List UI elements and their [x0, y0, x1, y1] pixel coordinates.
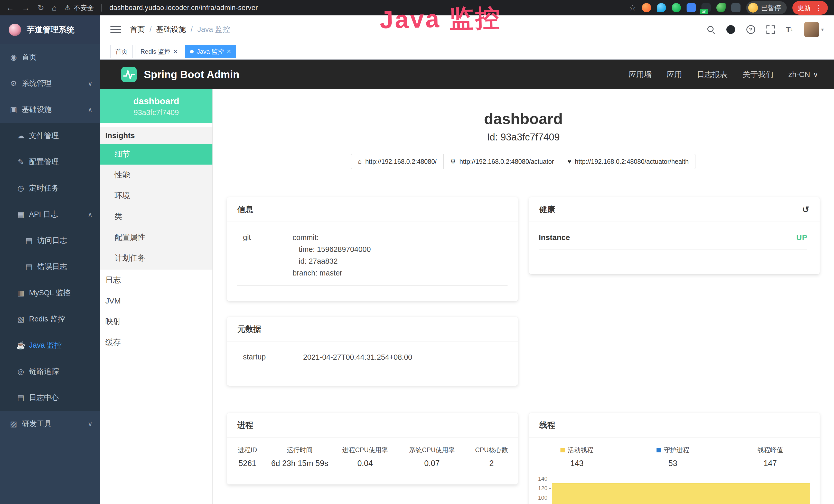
- sba-item-classes[interactable]: 类: [100, 206, 213, 227]
- sba-item-environment[interactable]: 环境: [100, 185, 213, 206]
- sidebar-item-access-logs[interactable]: 访问日志: [0, 228, 100, 254]
- legend-label: 线程峰值: [758, 446, 783, 453]
- breadcrumb-infrastructure[interactable]: 基础设施: [156, 24, 186, 35]
- extension-icon-leaf[interactable]: [716, 3, 726, 12]
- legend-swatch-active: [561, 448, 565, 452]
- extension-icon-plugin[interactable]: [731, 3, 741, 12]
- security-chip[interactable]: ⚠ 不安全: [64, 3, 94, 12]
- sidebar-item-system-management[interactable]: 系统管理: [0, 70, 100, 96]
- sba-item-jvm[interactable]: JVM: [100, 290, 213, 311]
- sba-locale-select[interactable]: zh-CN: [788, 70, 818, 79]
- fullscreen-icon[interactable]: [766, 25, 775, 33]
- git-branch-line: branch: master: [292, 267, 507, 279]
- heart-icon: [568, 158, 571, 165]
- sidebar-item-java-monitor[interactable]: Java 监控: [0, 332, 100, 359]
- sba-nav-journal[interactable]: 日志报表: [697, 69, 728, 80]
- sba-instance-header[interactable]: dashboard 93a3fc7f7409: [100, 89, 213, 123]
- extension-icon-fox[interactable]: [642, 3, 651, 12]
- sidebar-item-mysql-monitor[interactable]: MySQL 监控: [0, 280, 100, 306]
- browser-update-button[interactable]: 更新: [792, 1, 828, 15]
- sba-item-config-properties[interactable]: 配置属性: [100, 227, 213, 248]
- search-icon[interactable]: [707, 25, 715, 33]
- sidebar-item-config-management[interactable]: 配置管理: [0, 149, 100, 175]
- threads-chart: 140 120 100: [529, 476, 820, 504]
- sba-item-performance[interactable]: 性能: [100, 165, 213, 185]
- instance-link-url: http://192.168.0.2:48080/: [365, 158, 437, 165]
- chevron-down-icon: [88, 80, 92, 87]
- extension-icon-switch[interactable]: on: [701, 3, 711, 12]
- sidebar-item-label: 定时任务: [29, 183, 59, 193]
- sidebar-item-redis-monitor[interactable]: Redis 监控: [0, 306, 100, 332]
- app-title: 芋道管理系统: [27, 24, 74, 35]
- browser-back-icon[interactable]: ←: [6, 4, 14, 12]
- sidebar-item-infrastructure[interactable]: 基础设施: [0, 96, 100, 123]
- threads-daemon-value: 53: [625, 456, 721, 474]
- sba-nav-applications[interactable]: 应用: [666, 69, 682, 80]
- sba-main: dashboard Id: 93a3fc7f7409 http://192.16…: [213, 89, 834, 504]
- browser-bar: ← → ↻ ⌂ ⚠ 不安全 dashboard.yudao.iocoder.cn…: [0, 0, 834, 16]
- instance-link-actuator[interactable]: http://192.168.0.2:48080/actuator: [443, 154, 561, 169]
- legend-label: 活动线程: [568, 446, 593, 453]
- sidebar-item-home[interactable]: 首页: [0, 44, 100, 70]
- sidebar-item-file-management[interactable]: 文件管理: [0, 123, 100, 149]
- github-icon[interactable]: [726, 25, 735, 34]
- profile-paused-chip[interactable]: 已暂停: [746, 1, 787, 14]
- info-value: commit: time: 1596289704000 id: 27aa832 …: [292, 232, 507, 279]
- sidebar-item-dev-tools[interactable]: 研发工具: [0, 411, 100, 437]
- help-icon[interactable]: [746, 25, 755, 34]
- extension-icon-grid[interactable]: [686, 3, 696, 12]
- address-bar[interactable]: dashboard.yudao.iocoder.cn/infra/admin-s…: [109, 4, 258, 12]
- browser-menu-icon[interactable]: [815, 3, 823, 12]
- api-log-icon: [16, 210, 25, 219]
- sidebar-menu: 首页 系统管理 基础设施 文件管理: [0, 44, 100, 437]
- hamburger-icon[interactable]: [110, 26, 121, 33]
- sidebar-item-trace[interactable]: 链路追踪: [0, 359, 100, 385]
- tab-bar: 首页 Redis 监控 Java 监控: [100, 44, 834, 60]
- legend-swatch-daemon: [657, 448, 661, 452]
- threads-legend-table: 活动线程 守护进程 线程峰值: [529, 441, 820, 474]
- history-icon[interactable]: [802, 204, 810, 215]
- sba-item-scheduled-tasks[interactable]: 计划任务: [100, 248, 213, 269]
- sidebar-item-label: 基础设施: [22, 105, 52, 115]
- app-logo-image: [9, 24, 21, 36]
- threads-chart-yaxis: 140 120 100: [529, 476, 552, 504]
- update-label: 更新: [797, 3, 811, 12]
- sba-brand[interactable]: Spring Boot Admin: [121, 66, 239, 83]
- tab-java-monitor[interactable]: Java 监控: [185, 45, 236, 58]
- sba-nav-wallboard[interactable]: 应用墙: [629, 69, 652, 80]
- right-pane: 首页 / 基础设施 / Java 监控: [100, 16, 834, 504]
- instance-link-health[interactable]: http://192.168.0.2:48080/actuator/health: [561, 154, 696, 169]
- user-menu[interactable]: [804, 22, 824, 37]
- tab-home[interactable]: 首页: [110, 45, 133, 58]
- sba-nav-about[interactable]: 关于我们: [743, 69, 773, 80]
- active-tab-dot: [190, 50, 194, 53]
- close-icon[interactable]: [227, 48, 231, 55]
- sidebar-item-log-center[interactable]: 日志中心: [0, 385, 100, 411]
- process-header-system-cpu: 系统CPU使用率: [399, 441, 465, 456]
- close-icon[interactable]: [173, 48, 177, 55]
- browser-forward-icon[interactable]: →: [22, 4, 30, 12]
- metadata-label: startup: [243, 351, 303, 363]
- sidebar-item-scheduled-tasks[interactable]: 定时任务: [0, 175, 100, 201]
- sidebar-item-error-logs[interactable]: 错误日志: [0, 254, 100, 280]
- browser-reload-icon[interactable]: ↻: [38, 4, 44, 12]
- sidebar-item-label: 错误日志: [37, 261, 67, 272]
- sidebar-item-api-logs[interactable]: API 日志: [0, 201, 100, 228]
- sba-item-caches[interactable]: 缓存: [100, 332, 213, 353]
- tab-redis-monitor[interactable]: Redis 监控: [136, 45, 182, 58]
- app-logo[interactable]: 芋道管理系统: [0, 16, 100, 44]
- process-value-cpu-cores: 2: [465, 456, 518, 474]
- bookmark-star-icon[interactable]: [629, 3, 636, 13]
- browser-home-icon[interactable]: ⌂: [52, 4, 57, 12]
- sba-item-mappings[interactable]: 映射: [100, 311, 213, 332]
- breadcrumb-home[interactable]: 首页: [130, 24, 145, 35]
- card-metadata: 元数据 startup 2021-04-27T00:44:31.254+08:0…: [227, 317, 518, 386]
- instance-link-root[interactable]: http://192.168.0.2:48080/: [351, 154, 444, 169]
- sba-item-details[interactable]: 细节: [100, 144, 213, 165]
- extension-icon-green[interactable]: [672, 3, 681, 12]
- sba-item-loggers[interactable]: 日志: [100, 270, 213, 290]
- text-size-icon[interactable]: [786, 25, 793, 34]
- file-icon: [16, 132, 25, 140]
- spring-boot-admin: Spring Boot Admin 应用墙 应用 日志报表 关于我们 zh-CN: [100, 60, 834, 504]
- extension-icon-drop[interactable]: [657, 3, 666, 12]
